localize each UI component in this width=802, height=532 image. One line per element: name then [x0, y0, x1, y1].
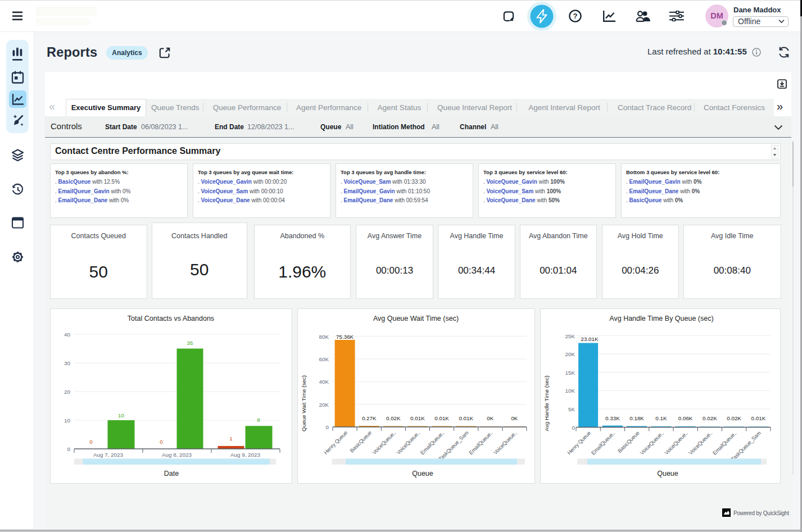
svg-text:0.02K: 0.02K — [703, 415, 717, 421]
svg-text:Avg Queue Wait Time (sec): Avg Queue Wait Time (sec) — [373, 315, 459, 322]
svg-text:20: 20 — [64, 389, 70, 395]
svg-text:EmailQueue..: EmailQueue.. — [468, 430, 494, 456]
svg-text:VoiceQueue..: VoiceQueue.. — [638, 430, 664, 456]
svg-text:EmailQueue..: EmailQueue.. — [419, 430, 446, 456]
svg-text:Date: Date — [164, 470, 178, 478]
svg-text:0: 0 — [89, 439, 93, 445]
svg-text:0.01K: 0.01K — [751, 415, 765, 421]
svg-text:0.18K: 0.18K — [629, 415, 644, 421]
svg-text:0.01K: 0.01K — [410, 415, 425, 421]
svg-text:BasicQueue: BasicQueue — [348, 430, 373, 454]
svg-text:Aug 9, 2023: Aug 9, 2023 — [230, 452, 260, 458]
svg-text:Queue: Queue — [657, 470, 678, 478]
svg-text:Henry Queue: Henry Queue — [323, 430, 348, 456]
svg-text:23.01K: 23.01K — [581, 336, 599, 342]
svg-text:0.27K: 0.27K — [362, 415, 377, 421]
svg-text:EmailQueue..: EmailQueue.. — [590, 430, 616, 456]
svg-text:20K: 20K — [319, 402, 329, 408]
svg-text:BasicQueue: BasicQueue — [616, 430, 640, 454]
svg-text:Avg Handle Time By Queue (sec): Avg Handle Time By Queue (sec) — [609, 315, 713, 322]
svg-text:0: 0 — [67, 446, 70, 452]
svg-text:80K: 80K — [319, 334, 329, 340]
svg-text:0K: 0K — [511, 415, 518, 421]
svg-text:0.02K: 0.02K — [386, 415, 401, 421]
svg-text:Queue: Queue — [412, 470, 433, 478]
svg-text:0.1K: 0.1K — [655, 415, 667, 421]
svg-text:Avg Handle Time (sec): Avg Handle Time (sec) — [543, 376, 550, 431]
svg-text:0.06K: 0.06K — [678, 415, 692, 421]
svg-text:8: 8 — [257, 417, 260, 423]
svg-text:VoiceQueue..: VoiceQueue.. — [663, 430, 688, 456]
svg-text:25K: 25K — [565, 333, 575, 339]
svg-text:VoiceQueue..: VoiceQueue.. — [492, 430, 518, 456]
svg-text:10K: 10K — [565, 388, 575, 394]
svg-text:VoiceQueue..: VoiceQueue.. — [687, 430, 713, 456]
svg-text:40: 40 — [64, 331, 70, 338]
svg-text:Queue Wait Time (sec): Queue Wait Time (sec) — [301, 375, 307, 431]
svg-text:0: 0 — [160, 439, 163, 445]
svg-text:0.01K: 0.01K — [434, 415, 449, 421]
svg-text:1: 1 — [229, 435, 232, 442]
svg-text:5K: 5K — [568, 406, 575, 412]
svg-text:0K: 0K — [487, 415, 493, 421]
svg-text:Aug 7, 2023: Aug 7, 2023 — [93, 452, 123, 458]
svg-text:60K: 60K — [319, 356, 329, 362]
svg-text:VoiceQueue..: VoiceQueue.. — [395, 430, 421, 456]
svg-text:Aug 8, 2023: Aug 8, 2023 — [162, 452, 192, 458]
svg-text:0: 0 — [326, 424, 329, 430]
svg-text:10: 10 — [64, 417, 70, 424]
svg-text:35: 35 — [187, 340, 193, 346]
svg-text:30: 30 — [64, 360, 70, 366]
svg-text:VoiceQueue..: VoiceQueue.. — [371, 430, 397, 456]
svg-text:0.02K: 0.02K — [727, 415, 741, 421]
svg-text:40K: 40K — [319, 379, 329, 385]
svg-text:75.36K: 75.36K — [336, 334, 354, 340]
svg-text:10: 10 — [118, 412, 124, 419]
svg-text:Henry Queue: Henry Queue — [565, 430, 591, 456]
svg-text:0.33K: 0.33K — [605, 415, 620, 421]
svg-text:0: 0 — [572, 425, 575, 431]
svg-text:20K: 20K — [565, 351, 575, 357]
svg-text:Total Contacts vs Abandons: Total Contacts vs Abandons — [127, 315, 214, 322]
svg-text:EmailQueue..: EmailQueue.. — [711, 430, 737, 456]
svg-text:15K: 15K — [565, 370, 575, 376]
svg-text:0.01K: 0.01K — [459, 415, 473, 421]
svg-text:?: ? — [573, 12, 578, 20]
